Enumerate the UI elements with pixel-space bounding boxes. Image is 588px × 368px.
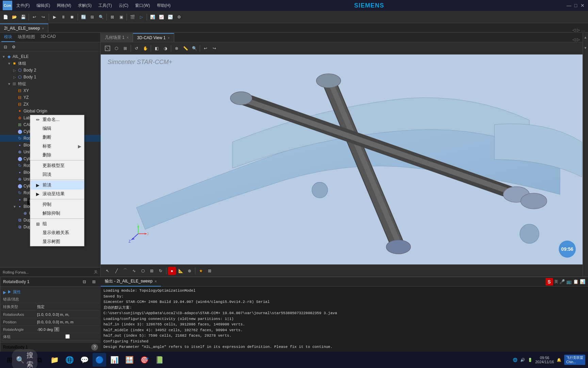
new-button[interactable]: 📄 xyxy=(1,13,10,21)
view-zoom[interactable]: 🔍 xyxy=(97,13,105,21)
tree-expand-lab-coord[interactable] xyxy=(12,116,17,120)
panel-tab-module[interactable]: 模块 xyxy=(1,33,15,42)
tree-item-yz[interactable]: ⊟ YZ xyxy=(0,94,100,101)
tree-expand-body-group[interactable]: ▼ xyxy=(7,61,12,66)
view-tab-prev[interactable]: ◁ xyxy=(572,37,575,42)
props-collapse[interactable]: ⊟ xyxy=(80,278,88,286)
3d-canvas[interactable]: Simcenter STAR-CCM+ xyxy=(101,55,583,264)
vt-pan[interactable]: ✋ xyxy=(141,44,149,52)
menu-mesh[interactable]: 网格(M) xyxy=(55,2,72,9)
tree-item-feature[interactable]: ▼ ⊞ 特征 xyxy=(0,80,100,87)
view-tab-3dcad-close[interactable]: × xyxy=(168,36,170,40)
stop-button[interactable]: ⏹ xyxy=(68,13,76,21)
task-view-button[interactable]: ⧉ xyxy=(33,353,46,367)
vb-measure[interactable]: 📐 xyxy=(177,267,185,275)
vb-draw-line[interactable]: ╱ xyxy=(112,267,120,275)
tree-expand-rotatebody3[interactable] xyxy=(12,190,17,195)
maximize-button[interactable]: □ xyxy=(573,3,578,8)
ctx-show-ref[interactable]: 显示树图 xyxy=(30,237,84,246)
vt-shading[interactable]: ◑ xyxy=(161,44,169,52)
taskbar-app-chat[interactable]: 💬 xyxy=(78,353,91,367)
expand-arrow-down[interactable]: ▼ xyxy=(584,46,587,50)
view-tab-3dcad[interactable]: 3D-CAD View 1 × xyxy=(133,33,174,42)
tree-item-zx[interactable]: ⊟ ZX xyxy=(0,101,100,108)
mesh-button[interactable]: ⊠ xyxy=(108,13,116,21)
ctx-show-deps[interactable]: 显示依赖关系 xyxy=(30,228,84,237)
ctx-update-model[interactable]: 更新模型至 xyxy=(30,161,84,170)
vb-extra[interactable]: ⊞ xyxy=(206,267,214,275)
extra-button[interactable]: ⚙ xyxy=(175,13,183,21)
vt-rotate[interactable]: ↺ xyxy=(132,44,141,52)
tree-expand-feature[interactable]: ▼ xyxy=(7,81,12,86)
panel-tab-3dcad[interactable]: 3D-CAD xyxy=(38,33,59,42)
menu-file[interactable]: 文件(F) xyxy=(15,2,31,9)
view-reset[interactable]: 🔄 xyxy=(79,13,87,21)
ctx-edit[interactable]: 编辑 xyxy=(30,124,84,133)
tree-expand-block3[interactable] xyxy=(12,197,17,202)
tree-expand-cad-import[interactable] xyxy=(12,122,17,127)
tree-item-body-group[interactable]: ▼ ■ 体组 xyxy=(0,60,100,67)
vb-select[interactable]: ↖ xyxy=(103,267,112,275)
menu-edit[interactable]: 编辑(E) xyxy=(35,2,51,9)
ctx-rollback[interactable]: 回淡 xyxy=(30,170,84,179)
tree-expand-unite1[interactable] xyxy=(12,150,17,154)
redo-button[interactable]: ↪ xyxy=(39,13,47,21)
vb-revolve[interactable]: ↻ xyxy=(157,267,165,275)
tree-expand-unite2[interactable] xyxy=(12,177,17,182)
menu-help[interactable]: 帮助(H) xyxy=(156,2,172,9)
vb-spline[interactable]: ∿ xyxy=(130,267,138,275)
save-button[interactable]: 💾 xyxy=(19,13,27,21)
vb-arc[interactable]: ⌒ xyxy=(121,267,129,275)
search-button[interactable]: 🔍 搜索 xyxy=(18,353,31,367)
vb-constraint[interactable]: ⊕ xyxy=(185,267,194,275)
ctx-delete-model[interactable]: 删断 xyxy=(30,133,84,142)
tree-expand-rotatebody1[interactable] xyxy=(12,136,17,141)
document-tab-main[interactable]: 2I_AIL_ELE_sweep × xyxy=(0,24,48,32)
attrs-expand[interactable]: ▶ xyxy=(3,290,6,295)
view-tab-geometry[interactable]: 几何场景 1 × xyxy=(101,33,133,42)
view-fit[interactable]: ⊞ xyxy=(88,13,96,21)
close-button[interactable]: ✕ xyxy=(580,3,585,8)
plot-button[interactable]: 📈 xyxy=(157,13,165,21)
taskbar-app-browser[interactable]: 🌐 xyxy=(63,353,76,367)
view-tab-next[interactable]: ▷ xyxy=(577,37,580,42)
ctx-group[interactable]: ⊞ 组 xyxy=(30,219,84,228)
tree-item-body1[interactable]: ▷ ⬡ Body 1 xyxy=(0,74,100,80)
tree-area[interactable]: ▼ ◆ AIL_ELE ▼ ■ 体组 ▷ ⬡ Body 2 ▷ ⬡ Body 1… xyxy=(0,52,100,267)
ctx-delete[interactable]: 删除 xyxy=(30,151,84,159)
tree-expand-body1[interactable]: ▷ xyxy=(12,75,17,79)
tree-expand-dupli2[interactable] xyxy=(12,225,17,229)
tree-expand-rotatebody2[interactable] xyxy=(12,163,17,168)
tree-expand-unite3[interactable] xyxy=(18,211,22,216)
vb-polygon[interactable]: ⬡ xyxy=(139,267,147,275)
pause-button[interactable]: ⏸ xyxy=(59,13,67,21)
menu-bar[interactable]: 文件(F) 编辑(E) 网格(M) 求解(S) 工具(T) 云(C) 窗口(W)… xyxy=(15,2,172,9)
panel-tab-scene[interactable]: 场景/组图 xyxy=(15,33,38,42)
menu-cloud[interactable]: 云(C) xyxy=(117,2,130,9)
vt-section[interactable]: ⊗ xyxy=(173,44,181,52)
boundary-button[interactable]: ▣ xyxy=(117,13,125,21)
vb-extrude[interactable]: ⊞ xyxy=(148,267,156,275)
vt-redo-view[interactable]: ↪ xyxy=(210,44,218,52)
run-button[interactable]: ▷ xyxy=(137,13,145,21)
tree-expand-dupli1[interactable] xyxy=(12,218,17,223)
tab-navigation[interactable]: ◁ ▷ … xyxy=(572,28,588,32)
output-tab-main[interactable]: 输出 - 2t_AIL_ELE_sweep × xyxy=(101,277,161,287)
ctx-tag[interactable]: 标签 ▶ xyxy=(30,142,84,151)
vb-snap[interactable]: ● xyxy=(168,267,176,275)
ctx-remove-suppress[interactable]: 解除抑制 xyxy=(30,209,84,218)
help-button[interactable]: ? xyxy=(91,344,98,351)
scene-button[interactable]: 🎬 xyxy=(128,13,136,21)
menu-window[interactable]: 窗口(W) xyxy=(134,2,151,9)
tree-expand-zx[interactable] xyxy=(12,102,17,107)
body-group-checkbox[interactable] xyxy=(37,334,98,339)
taskbar-app-win[interactable]: 🪟 xyxy=(122,353,136,367)
tab-dots[interactable]: … xyxy=(581,28,585,32)
taskbar-app-ccm[interactable]: 📊 xyxy=(108,353,121,367)
open-button[interactable]: 📂 xyxy=(10,13,18,21)
monitor-button[interactable]: 📉 xyxy=(166,13,174,21)
ctx-preview[interactable]: ▶ 前淡 xyxy=(30,181,84,189)
tree-expand-cylinder3[interactable] xyxy=(12,184,17,188)
menu-solve[interactable]: 求解(S) xyxy=(77,2,93,9)
panel-collapse-button[interactable]: ⊟ xyxy=(1,43,10,51)
